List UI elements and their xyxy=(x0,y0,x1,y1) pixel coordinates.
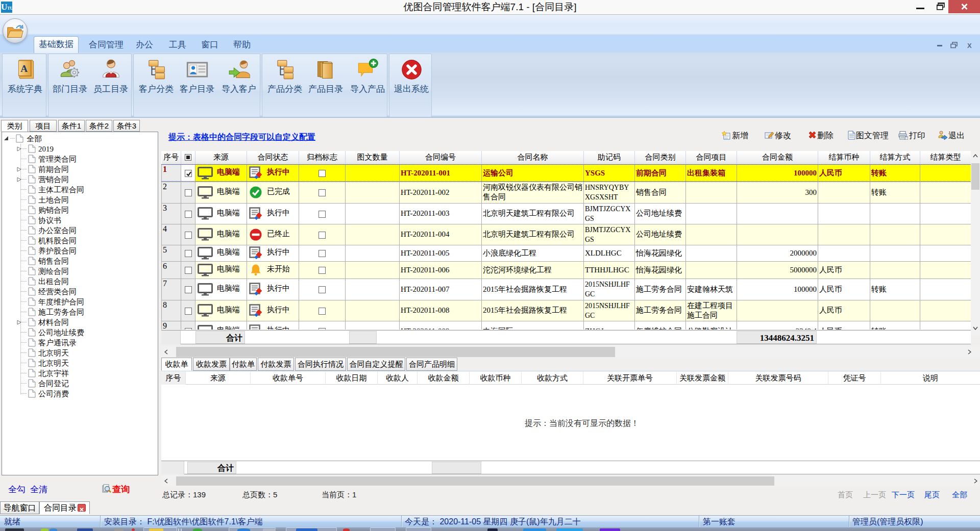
svg-text:A: A xyxy=(20,63,28,74)
